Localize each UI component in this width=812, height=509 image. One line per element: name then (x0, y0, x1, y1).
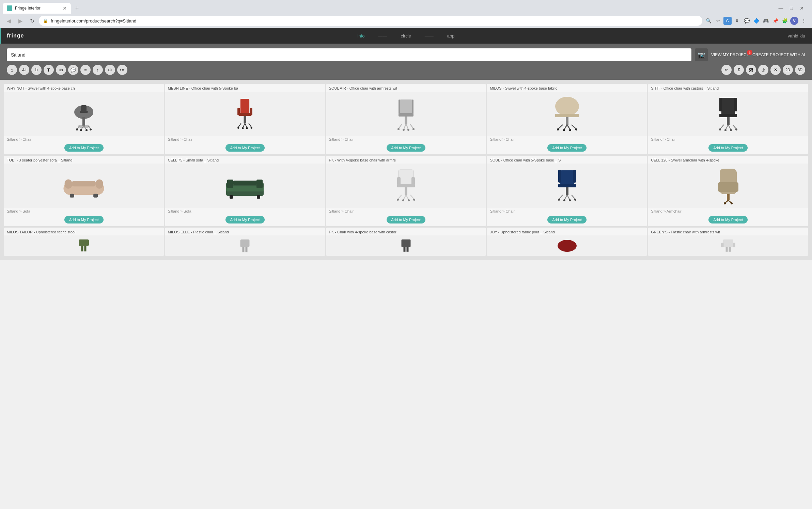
filter-email[interactable]: ✉ (56, 65, 66, 75)
tab-close-icon[interactable]: ✕ (63, 5, 67, 11)
product-title: PK - Chair with 4-spoke base with castor (326, 228, 486, 235)
svg-rect-76 (399, 170, 413, 185)
add-to-project-button[interactable]: Add to My Project (225, 144, 265, 152)
filter-all[interactable]: All (19, 65, 29, 75)
svg-line-19 (249, 123, 252, 127)
add-to-project-button[interactable]: Add to My Project (547, 144, 587, 152)
maximize-button[interactable]: □ (790, 5, 793, 11)
tab-favicon (7, 5, 12, 11)
add-to-project-button[interactable]: Add to My Project (547, 216, 587, 223)
add-to-project-button[interactable]: Add to My Project (64, 144, 104, 152)
bookmark-icon[interactable]: ☆ (714, 17, 722, 25)
view-close[interactable]: ✕ (770, 65, 781, 75)
filter-chat[interactable]: 💬 (68, 65, 78, 75)
view-edit[interactable]: ✏ (721, 65, 732, 75)
add-to-project-button[interactable]: Add to My Project (225, 216, 265, 223)
chair-svg-5 (715, 96, 742, 132)
svg-rect-15 (237, 108, 240, 115)
app-logo[interactable]: fringe (0, 33, 31, 39)
svg-rect-68 (94, 194, 98, 198)
svg-point-88 (408, 199, 410, 201)
add-to-project-button[interactable]: Add to My Project (387, 144, 426, 152)
product-image (4, 235, 164, 256)
back-button[interactable]: ◀ (4, 16, 14, 26)
products-row-3: MILOS TAILOR - Upholstered fabric stool … (4, 228, 808, 256)
extension-icon-1[interactable]: 🔷 (752, 17, 760, 25)
svg-rect-26 (400, 99, 412, 114)
svg-point-59 (719, 128, 721, 130)
svg-rect-89 (560, 170, 574, 185)
filter-settings[interactable]: ⚙ (105, 65, 115, 75)
minimize-button[interactable]: — (779, 5, 783, 11)
svg-point-101 (569, 199, 571, 201)
forward-button[interactable]: ▶ (16, 16, 25, 26)
svg-line-43 (572, 125, 576, 129)
reload-button[interactable]: ↻ (27, 16, 37, 26)
add-to-project-button[interactable]: Add to My Project (387, 216, 426, 223)
filter-more[interactable]: ••• (117, 65, 127, 75)
user-avatar[interactable]: V (790, 17, 798, 25)
translate-icon[interactable]: G (723, 17, 732, 25)
product-image (326, 235, 486, 256)
svg-rect-115 (401, 239, 410, 247)
add-to-project-button[interactable]: Add to My Project (708, 216, 748, 223)
address-bar[interactable]: 🔒 fringeinterior.com/product/search?q=Si… (39, 16, 702, 26)
messaging-icon[interactable]: 💬 (743, 17, 751, 25)
url-text: fringeinterior.com/product/search?q=Sitl… (51, 18, 136, 24)
product-image (165, 235, 325, 256)
chair-svg-7 (553, 167, 581, 204)
product-title: MILOS TAILOR - Upholstered fabric stool (4, 228, 164, 235)
svg-line-45 (567, 125, 570, 130)
view-euro[interactable]: € (734, 65, 744, 75)
view-project-button[interactable]: VIEW MY PROJECT 5 (711, 52, 749, 57)
search-icon[interactable]: 🔍 (704, 17, 713, 25)
filter-b[interactable]: b (31, 65, 42, 75)
view-2d[interactable]: 2D (783, 65, 793, 75)
chair-svg-9 (235, 236, 255, 255)
extension-icon-3[interactable]: 📌 (771, 17, 779, 25)
svg-point-36 (412, 128, 415, 130)
create-project-button[interactable]: CREATE PROJECT WITH AI (752, 52, 805, 57)
nav-item-app[interactable]: app (447, 33, 455, 38)
extensions-icon[interactable]: 🧩 (781, 17, 789, 25)
filter-up[interactable]: ↑ (93, 65, 103, 75)
svg-line-44 (564, 125, 567, 130)
camera-button[interactable]: 📷 (695, 48, 708, 61)
svg-rect-51 (719, 98, 722, 111)
view-circle[interactable]: ◎ (758, 65, 768, 75)
search-section: 📷 VIEW MY PROJECT 5 CREATE PROJECT WITH … (0, 44, 812, 80)
app-user: vahid kiu (781, 33, 812, 38)
filter-t[interactable]: T (44, 65, 54, 75)
svg-point-46 (557, 128, 559, 130)
product-image (487, 235, 647, 256)
nav-item-info[interactable]: info (357, 33, 364, 38)
view-3d[interactable]: 3D (795, 65, 805, 75)
product-image (487, 92, 647, 136)
product-card: SOUL AIR - Office chair with armrests wi… (326, 84, 486, 154)
nav-item-circle[interactable]: circle (401, 33, 411, 38)
svg-line-97 (567, 195, 570, 200)
search-input-wrapper[interactable] (7, 48, 691, 61)
scroll-indicator (0, 28, 1, 44)
view-image[interactable]: 🖼 (746, 65, 756, 75)
add-to-project-button[interactable]: Add to My Project (708, 144, 748, 152)
browser-tab[interactable]: Fringe Interior ✕ (3, 3, 71, 14)
app-nav: info —— circle —— app (357, 33, 454, 38)
add-to-project-button[interactable]: Add to My Project (64, 216, 104, 223)
close-button[interactable]: ✕ (800, 5, 804, 11)
svg-rect-52 (734, 98, 737, 111)
svg-point-85 (397, 199, 399, 201)
svg-rect-40 (555, 114, 579, 117)
filter-home[interactable]: ⌂ (7, 65, 17, 75)
svg-point-35 (397, 128, 400, 130)
extension-icon-2[interactable]: 🎮 (762, 17, 770, 25)
product-image (326, 92, 486, 136)
new-tab-button[interactable]: + (72, 3, 82, 13)
filter-list[interactable]: ≡ (80, 65, 91, 75)
product-title: TOBI - 3 seater polyester sofa _ Sitland (4, 156, 164, 164)
search-input[interactable] (11, 52, 687, 58)
menu-icon[interactable]: ⋮ (800, 17, 808, 25)
product-card: TOBI - 3 seater polyester sofa _ Sitland… (4, 156, 164, 226)
product-meta: Sitland > Sofa (165, 208, 325, 215)
download-icon[interactable]: ⬇ (733, 17, 741, 25)
